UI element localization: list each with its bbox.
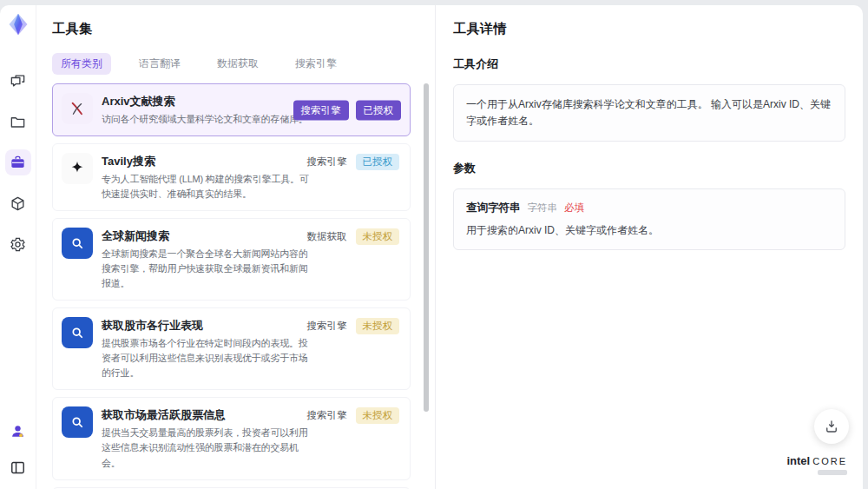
arxiv-logo-icon xyxy=(62,93,93,124)
sidebar-layout-icon xyxy=(10,459,26,476)
cube-icon xyxy=(10,195,26,212)
param-required-label: 必填 xyxy=(564,202,584,215)
intro-heading: 工具介绍 xyxy=(453,56,845,72)
tool-name: 获取股市各行业表现 xyxy=(102,318,314,334)
tab-data-fetching[interactable]: 数据获取 xyxy=(208,53,267,75)
nav-plugins[interactable] xyxy=(5,190,31,216)
core-brand-text: CORE xyxy=(812,456,847,466)
intro-box: 一个用于从Arxiv存储库搜索科学论文和文章的工具。 输入可以是Arxiv ID… xyxy=(453,84,845,142)
news-search-icon xyxy=(62,406,93,438)
status-badge: 未授权 xyxy=(356,407,400,424)
tool-description: 提供股票市场各个行业在特定时间段内的表现。投资者可以利用这些信息来识别表现优于或… xyxy=(102,336,314,380)
param-name: 查询字符串 xyxy=(466,201,521,215)
tool-card-arxiv[interactable]: Arxiv文献搜索 访问各个研究领域大量科学论文和文章的存储库。 搜索引擎 已授… xyxy=(52,83,411,136)
nav-toolbox[interactable] xyxy=(5,149,31,175)
intel-badge-bar xyxy=(818,470,847,475)
scrollbar-thumb[interactable] xyxy=(424,83,429,412)
tool-card-body: 获取股市各行业表现 提供股票市场各个行业在特定时间段内的表现。投资者可以利用这些… xyxy=(102,317,314,380)
param-item: 查询字符串 字符串 必填 用于搜索的Arxiv ID、关键字或作者姓名。 xyxy=(453,188,845,250)
folder-icon xyxy=(10,114,26,130)
briefcase-icon xyxy=(10,155,26,171)
tool-card-most-active-stocks[interactable]: 获取市场最活跃股票信息 提供当天交易量最高的股票列表，投资者可以利用这些信息来识… xyxy=(52,397,411,479)
tool-tags: 搜索引擎 未授权 xyxy=(307,318,400,334)
params-heading: 参数 xyxy=(453,161,845,176)
avatar-icon xyxy=(10,423,26,439)
user-avatar[interactable] xyxy=(5,418,31,444)
nav-chat[interactable] xyxy=(5,68,31,94)
param-description: 用于搜索的Arxiv ID、关键字或作者姓名。 xyxy=(466,223,832,238)
download-button[interactable] xyxy=(814,409,849,444)
tool-description: 访问各个研究领域大量科学论文和文章的存储库。 xyxy=(102,112,308,127)
app-logo-icon xyxy=(6,12,30,36)
tool-card-body: Arxiv文献搜索 访问各个研究领域大量科学论文和文章的存储库。 xyxy=(102,93,308,127)
tool-tags: 搜索引擎 已授权 xyxy=(307,154,400,170)
tool-name: Arxiv文献搜索 xyxy=(102,94,308,109)
category-tag: 搜索引擎 xyxy=(307,155,347,169)
tool-card-body: 获取市场最活跃股票信息 提供当天交易量最高的股票列表，投资者可以利用这些信息来识… xyxy=(102,406,314,470)
sparkle-icon xyxy=(62,153,93,184)
tool-description: 全球新闻搜索是一个聚合全球各大新闻网站内容的搜索引擎，帮助用户快速获取全球最新资… xyxy=(102,247,314,291)
category-tag: 搜索引擎 xyxy=(307,320,347,333)
tool-name: 获取市场最活跃股票信息 xyxy=(102,407,314,423)
nav-settings[interactable] xyxy=(5,231,31,257)
tool-name: 全球新闻搜索 xyxy=(102,228,314,244)
tool-card-sector-performance[interactable]: 获取股市各行业表现 提供股票市场各个行业在特定时间段内的表现。投资者可以利用这些… xyxy=(52,307,411,390)
tab-search-engine[interactable]: 搜索引擎 xyxy=(286,53,345,75)
tool-card-tavily[interactable]: Tavily搜索 专为人工智能代理 (LLM) 构建的搜索引擎工具。可快速提供实… xyxy=(52,143,411,211)
category-tabs: 所有类别 语言翻译 数据获取 搜索引擎 xyxy=(52,53,435,75)
tool-card-body: 全球新闻搜索 全球新闻搜索是一个聚合全球各大新闻网站内容的搜索引擎，帮助用户快速… xyxy=(102,228,314,291)
news-search-icon xyxy=(62,228,93,259)
tool-description: 提供当天交易量最高的股票列表，投资者可以利用这些信息来识别流动性强的股票和潜在的… xyxy=(102,426,314,470)
tool-list-pane: 工具集 所有类别 语言翻译 数据获取 搜索引擎 Arxiv文献搜索 访问各个研究… xyxy=(36,5,436,489)
screen: 工具集 所有类别 语言翻译 数据获取 搜索引擎 Arxiv文献搜索 访问各个研究… xyxy=(0,0,868,489)
status-badge: 未授权 xyxy=(356,228,400,245)
tool-name: Tavily搜索 xyxy=(102,154,314,169)
tool-description: 专为人工智能代理 (LLM) 构建的搜索引擎工具。可快速提供实时、准确和真实的结… xyxy=(102,172,314,202)
download-icon xyxy=(824,419,839,434)
news-search-icon xyxy=(62,317,93,348)
detail-title: 工具详情 xyxy=(453,21,845,37)
tool-card-body: Tavily搜索 专为人工智能代理 (LLM) 构建的搜索引擎工具。可快速提供实… xyxy=(102,153,314,202)
status-badge: 已授权 xyxy=(356,154,400,170)
nav-rail xyxy=(0,5,36,489)
collapse-panel-button[interactable] xyxy=(5,454,31,480)
intel-core-logo: intel CORE xyxy=(786,454,847,475)
tab-language-translation[interactable]: 语言翻译 xyxy=(130,53,189,75)
app-window: 工具集 所有类别 语言翻译 数据获取 搜索引擎 Arxiv文献搜索 访问各个研究… xyxy=(0,5,863,489)
chat-icon xyxy=(10,73,26,89)
tool-card-global-news[interactable]: 全球新闻搜索 全球新闻搜索是一个聚合全球各大新闻网站内容的搜索引擎，帮助用户快速… xyxy=(52,218,411,301)
category-tag: 搜索引擎 xyxy=(293,100,349,120)
category-tag: 数据获取 xyxy=(307,230,347,243)
tool-detail-pane: 工具详情 工具介绍 一个用于从Arxiv存储库搜索科学论文和文章的工具。 输入可… xyxy=(436,5,863,489)
intel-brand-text: intel xyxy=(786,454,810,467)
category-tag: 搜索引擎 xyxy=(307,409,347,422)
tool-tags: 搜索引擎 未授权 xyxy=(307,407,400,424)
tool-tags: 搜索引擎 已授权 xyxy=(293,100,402,120)
tab-all-categories[interactable]: 所有类别 xyxy=(52,53,111,75)
tool-tags: 数据获取 未授权 xyxy=(307,228,400,245)
param-type: 字符串 xyxy=(528,202,558,215)
status-badge: 未授权 xyxy=(356,318,400,334)
tool-card-list: Arxiv文献搜索 访问各个研究领域大量科学论文和文章的存储库。 搜索引擎 已授… xyxy=(52,83,411,489)
page-title: 工具集 xyxy=(52,21,435,37)
param-head: 查询字符串 字符串 必填 xyxy=(466,201,832,215)
gear-icon xyxy=(10,236,26,253)
nav-files[interactable] xyxy=(5,109,31,135)
status-badge: 已授权 xyxy=(356,100,402,120)
